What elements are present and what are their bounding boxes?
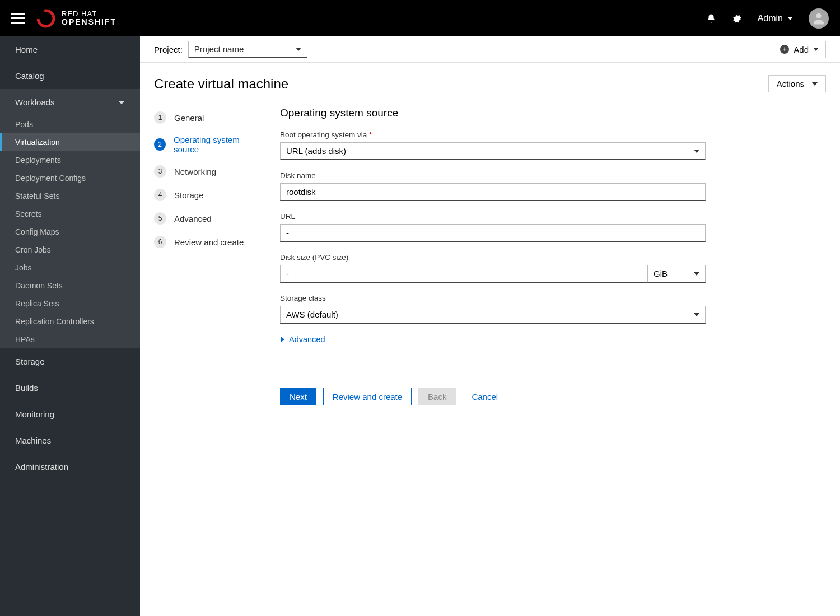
sidebar: Home Catalog Workloads Pods Virtualizati… <box>0 36 140 616</box>
caret-down-icon <box>813 48 819 51</box>
chevron-down-icon <box>118 99 125 106</box>
brand-line2: OPENSHIFT <box>62 18 116 26</box>
sidebar-item-secrets[interactable]: Secrets <box>0 205 140 223</box>
bell-icon[interactable] <box>706 13 716 24</box>
disk-size-unit-select[interactable]: GiB <box>647 265 706 283</box>
sidebar-item-storage[interactable]: Storage <box>0 348 140 375</box>
actions-label: Actions <box>777 79 804 88</box>
page-title: Create virtual machine <box>154 76 288 92</box>
sidebar-item-virtualization[interactable]: Virtualization <box>0 133 140 151</box>
sidebar-item-stateful-sets[interactable]: Stateful Sets <box>0 187 140 205</box>
project-select-value: Project name <box>194 44 244 54</box>
next-button[interactable]: Next <box>280 388 316 405</box>
step-general[interactable]: 1General <box>154 111 263 124</box>
svg-point-1 <box>816 13 821 18</box>
plus-circle-icon: + <box>780 45 789 54</box>
back-button: Back <box>418 388 456 405</box>
add-label: Add <box>794 45 809 54</box>
step-storage[interactable]: 4Storage <box>154 189 263 201</box>
sidebar-item-config-maps[interactable]: Config Maps <box>0 223 140 241</box>
sidebar-item-deployment-configs[interactable]: Deployment Configs <box>0 169 140 187</box>
sidebar-item-hpas[interactable]: HPAs <box>0 330 140 348</box>
sidebar-item-administration[interactable]: Administration <box>0 454 140 480</box>
caret-down-icon <box>296 48 301 51</box>
caret-down-icon <box>694 150 699 153</box>
avatar[interactable] <box>809 8 829 29</box>
main: Project: Project name + Add Create virtu… <box>140 36 840 616</box>
sidebar-item-catalog[interactable]: Catalog <box>0 63 140 89</box>
sidebar-item-builds[interactable]: Builds <box>0 375 140 401</box>
sidebar-item-deployments[interactable]: Deployments <box>0 151 140 169</box>
form-heading: Operating system source <box>280 107 706 119</box>
step-review[interactable]: 6Review and create <box>154 236 263 248</box>
svg-point-0 <box>36 8 56 29</box>
sidebar-item-home[interactable]: Home <box>0 36 140 63</box>
storage-class-label: Storage class <box>280 294 706 302</box>
wizard-steps: 1General 2Operating system source 3Netwo… <box>154 105 263 602</box>
sidebar-item-pods[interactable]: Pods <box>0 115 140 133</box>
add-button[interactable]: + Add <box>773 41 826 58</box>
chevron-right-icon <box>280 337 286 342</box>
storage-class-value: AWS (default) <box>286 310 338 319</box>
sidebar-item-replication-controllers[interactable]: Replication Controllers <box>0 312 140 330</box>
menu-toggle-icon[interactable] <box>11 13 25 24</box>
boot-via-label: Boot operating system via * <box>280 130 706 139</box>
form: Operating system source Boot operating s… <box>280 105 706 602</box>
sidebar-item-workloads[interactable]: Workloads <box>0 89 140 115</box>
step-networking[interactable]: 3Networking <box>154 165 263 178</box>
sidebar-item-replica-sets[interactable]: Replica Sets <box>0 295 140 312</box>
person-icon <box>811 11 827 26</box>
disk-size-unit: GiB <box>654 269 668 278</box>
step-os-source[interactable]: 2Operating system source <box>154 135 263 154</box>
brand-text: RED HAT OPENSHIFT <box>62 10 116 27</box>
advanced-toggle[interactable]: Advanced <box>280 335 706 344</box>
step-advanced[interactable]: 5Advanced <box>154 212 263 225</box>
boot-via-value: URL (adds disk) <box>286 146 346 156</box>
caret-down-icon <box>812 82 818 86</box>
url-label: URL <box>280 212 706 221</box>
sidebar-item-monitoring[interactable]: Monitoring <box>0 401 140 427</box>
cancel-button[interactable]: Cancel <box>463 388 507 405</box>
sidebar-item-cron-jobs[interactable]: Cron Jobs <box>0 241 140 259</box>
disk-size-label: Disk size (PVC size) <box>280 253 706 262</box>
user-label: Admin <box>758 13 783 24</box>
url-input[interactable]: - <box>280 224 706 242</box>
top-header: RED HAT OPENSHIFT Admin <box>0 0 840 36</box>
project-select[interactable]: Project name <box>188 41 307 58</box>
caret-down-icon <box>694 272 699 276</box>
chevron-down-icon <box>787 17 793 20</box>
button-row: Next Review and create Back Cancel <box>280 388 706 405</box>
content: 1General 2Operating system source 3Netwo… <box>140 105 840 616</box>
header-left: RED HAT OPENSHIFT <box>11 8 116 29</box>
disk-size-input[interactable]: - <box>280 265 647 283</box>
header-right: Admin <box>706 8 829 29</box>
brand-line1: RED HAT <box>62 10 116 18</box>
storage-class-select[interactable]: AWS (default) <box>280 306 706 324</box>
brand: RED HAT OPENSHIFT <box>36 8 116 29</box>
sidebar-item-daemon-sets[interactable]: Daemon Sets <box>0 277 140 295</box>
disk-name-input[interactable]: rootdisk <box>280 183 706 201</box>
openshift-logo-icon <box>36 8 56 29</box>
actions-button[interactable]: Actions <box>768 75 826 92</box>
page-header: Create virtual machine Actions <box>140 63 840 105</box>
review-button[interactable]: Review and create <box>323 388 412 405</box>
sidebar-section-workloads: Workloads Pods Virtualization Deployment… <box>0 89 140 348</box>
toolbar: Project: Project name + Add <box>140 36 840 63</box>
sidebar-item-jobs[interactable]: Jobs <box>0 259 140 277</box>
disk-name-label: Disk name <box>280 171 706 180</box>
sidebar-item-machines[interactable]: Machines <box>0 427 140 454</box>
caret-down-icon <box>694 313 699 316</box>
workloads-label: Workloads <box>15 97 55 107</box>
advanced-label: Advanced <box>289 335 325 344</box>
gear-icon[interactable] <box>732 13 742 24</box>
user-menu[interactable]: Admin <box>758 13 793 24</box>
project-label: Project: <box>154 45 183 54</box>
boot-via-select[interactable]: URL (adds disk) <box>280 142 706 160</box>
